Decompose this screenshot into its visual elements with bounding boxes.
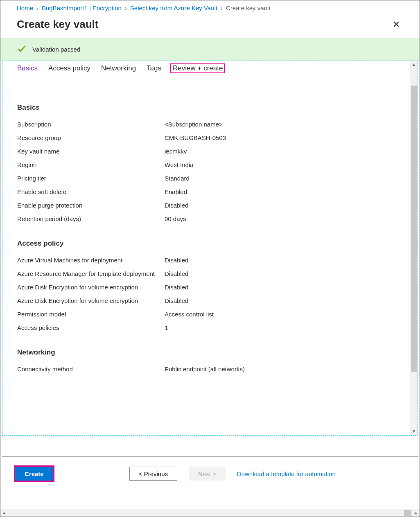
horizontal-scrollbar[interactable]: ◄ ► [0,509,420,517]
field-label: Permission model [17,311,165,318]
chevron-right-icon: › [221,5,223,11]
field-label: Azure Resource Manager for template depl… [17,270,165,277]
field-label: Azure Virtual Machines for deployment [17,257,165,264]
kv-row: Resource groupCMK-BUGBASH-0503 [17,131,403,144]
blade-header: Create key vault ✕ [0,15,420,38]
breadcrumb-link-home[interactable]: Home [17,5,33,11]
validation-message: Validation passed [32,46,80,53]
kv-row: Enable soft deleteEnabled [17,185,403,199]
field-value: 90 days [165,215,186,222]
field-label: Retention period (days) [17,215,165,222]
section-title-networking: Networking [17,348,403,357]
field-value: Enabled [165,188,187,195]
kv-row: Azure Resource Manager for template depl… [17,267,403,280]
scrollbar-thumb[interactable] [411,86,417,372]
section-title-basics: Basics [17,104,403,112]
field-value: Disabled [165,257,188,264]
kv-row: RegionWest India [17,158,403,172]
wizard-footer: Create < Previous Next > Download a temp… [2,456,418,490]
field-value: Access control list [165,311,214,318]
field-label: Azure Disk Encryption for volume encrypt… [17,297,165,304]
field-value: <Subscription name> [165,121,223,128]
field-label: Enable purge protection [17,202,165,209]
field-label: Resource group [17,134,165,141]
field-value: Disabled [165,284,188,291]
tab-review-create[interactable]: Review + create [170,63,225,73]
breadcrumb: Home › BugBashImport1 | Encryption › Sel… [0,0,420,15]
field-value: Disabled [165,270,188,277]
kv-row: Key vault nameiecmkkv [17,144,403,158]
checkmark-icon [17,44,27,55]
chevron-right-icon: › [36,5,38,11]
download-template-link[interactable]: Download a template for automation [237,470,336,477]
kv-row: Azure Disk Encryption for volume encrypt… [17,280,403,294]
kv-row: Enable purge protectionDisabled [17,199,403,212]
section-title-access-policy: Access policy [17,239,403,248]
next-button: Next > [189,467,226,481]
vertical-scrollbar[interactable]: ▲ ▼ [410,61,418,435]
previous-button[interactable]: < Previous [129,467,177,481]
field-label: Pricing tier [17,175,165,182]
kv-row: Permission modelAccess control list [17,307,403,321]
kv-row: Access policies1 [17,321,403,334]
breadcrumb-link-resource[interactable]: BugBashImport1 | Encryption [42,5,122,11]
chevron-right-icon: › [125,5,127,11]
field-label: Subscription [17,121,165,128]
field-label: Region [17,161,165,168]
kv-row: Retention period (days)90 days [17,212,403,226]
tab-basics[interactable]: Basics [17,64,38,72]
review-body: Basics Subscription<Subscription name> R… [2,74,418,380]
field-label: Enable soft delete [17,188,165,195]
kv-row: Connectivity methodPublic endpoint (all … [17,362,403,376]
field-value: Standard [165,175,190,182]
scroll-left-icon[interactable]: ◄ [0,511,8,515]
field-value: CMK-BUGBASH-0503 [165,134,226,141]
tabs: Basics Access policy Networking Tags Rev… [2,61,418,74]
validation-banner: Validation passed [0,38,420,61]
field-label: Key vault name [17,148,165,155]
field-value: Public endpoint (all networks) [165,366,245,373]
create-button[interactable]: Create [15,467,53,481]
scroll-right-icon[interactable]: ► [412,511,420,515]
tab-access-policy[interactable]: Access policy [48,64,90,72]
field-value: West India [165,161,194,168]
kv-row: Azure Virtual Machines for deploymentDis… [17,253,403,267]
kv-row: Azure Disk Encryption for volume encrypt… [17,294,403,307]
field-value: Disabled [165,297,188,304]
breadcrumb-current: Create key vault [226,5,270,11]
content-frame: Basics Access policy Networking Tags Rev… [2,61,418,436]
scrollbar-thumb[interactable] [404,510,411,516]
field-value: 1 [165,324,168,331]
field-value: iecmkkv [165,148,187,155]
close-icon[interactable]: ✕ [389,18,403,31]
field-label: Access policies [17,324,165,331]
breadcrumb-link-select-key[interactable]: Select key from Azure Key Vault [130,5,217,11]
field-label: Connectivity method [17,366,165,373]
field-label: Azure Disk Encryption for volume encrypt… [17,284,165,291]
page-title: Create key vault [17,18,98,31]
scroll-down-icon[interactable]: ▼ [410,428,418,435]
kv-row: Subscription<Subscription name> [17,117,403,131]
field-value: Disabled [165,202,188,209]
tab-networking[interactable]: Networking [101,64,136,72]
kv-row: Pricing tierStandard [17,172,403,185]
tab-tags[interactable]: Tags [147,64,161,72]
scroll-up-icon[interactable]: ▲ [410,61,418,68]
